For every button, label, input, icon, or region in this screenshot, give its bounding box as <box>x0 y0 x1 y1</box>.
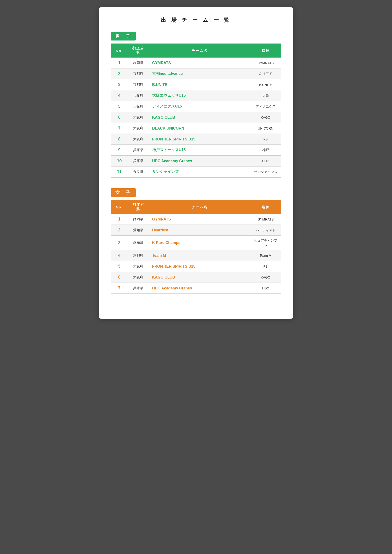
female-pref-5: 大阪府 <box>127 261 149 272</box>
male-name-2: 京都neo advance <box>149 69 250 79</box>
male-pref-4: 大阪府 <box>127 90 149 101</box>
female-no-1: 1 <box>111 214 127 225</box>
male-abbr-9: 神戸 <box>250 145 281 156</box>
male-name-3: B.UNITE <box>149 79 250 90</box>
table-row: 2 愛知県 Heartiest ハーティスト <box>111 225 281 236</box>
male-abbr-8: FS <box>250 134 281 145</box>
table-row: 7 兵庫県 HDC Academy Cranes HDC <box>111 283 281 294</box>
male-pref-5: 大阪府 <box>127 101 149 112</box>
male-no-9: 9 <box>111 145 127 156</box>
female-table: No. 都道府県 チーム名 略称 1 静岡県 GYMRATS GYMRATS 2… <box>111 200 281 294</box>
male-table-header: No. 都道府県 チーム名 略称 <box>111 44 281 58</box>
male-pref-6: 大阪府 <box>127 112 149 123</box>
male-name-7: BLACK UNICORN <box>149 123 250 134</box>
female-pref-7: 兵庫県 <box>127 283 149 294</box>
female-abbr-4: Team M <box>250 250 281 261</box>
table-row: 9 兵庫県 神戸ストークスU15 神戸 <box>111 145 281 156</box>
female-section: 女 子 No. 都道府県 チーム名 略称 1 静岡県 GYMRATS GYMRA… <box>111 188 281 294</box>
female-no-3: 3 <box>111 236 127 250</box>
male-abbr-10: HDC <box>250 156 281 166</box>
female-abbr-5: FS <box>250 261 281 272</box>
male-pref-10: 兵庫県 <box>127 156 149 166</box>
female-no-5: 5 <box>111 261 127 272</box>
male-pref-9: 兵庫県 <box>127 145 149 156</box>
female-pref-6: 大阪府 <box>127 272 149 283</box>
table-row: 11 奈良県 サンシャインズ サンシャインズ <box>111 166 281 178</box>
female-section-header: 女 子 <box>111 188 136 197</box>
male-abbr-5: ディノニクス <box>250 101 281 112</box>
male-no-6: 6 <box>111 112 127 123</box>
male-header-no: No. <box>111 44 127 58</box>
male-header-pref: 都道府県 <box>127 44 149 58</box>
male-abbr-3: B.UNITE <box>250 79 281 90</box>
male-abbr-4: 大阪 <box>250 90 281 101</box>
female-abbr-7: HDC <box>250 283 281 294</box>
female-pref-3: 愛知県 <box>127 236 149 250</box>
male-pref-2: 京都府 <box>127 69 149 79</box>
female-no-2: 2 <box>111 225 127 236</box>
female-abbr-3: ピュアチャンプス <box>250 236 281 250</box>
table-row: 1 静岡県 GYMRATS GYMRATS <box>111 58 281 69</box>
female-name-7: HDC Academy Cranes <box>149 283 250 294</box>
female-name-5: FRONTIER SPIRITS U15 <box>149 261 250 272</box>
male-name-10: HDC Academy Cranes <box>149 156 250 166</box>
female-name-2: Heartiest <box>149 225 250 236</box>
male-name-11: サンシャインズ <box>149 166 250 178</box>
male-section-header: 男 子 <box>111 32 136 41</box>
table-row: 8 大阪府 FRONTIER SPIRITS U15 FS <box>111 134 281 145</box>
female-header-name: チーム名 <box>149 200 250 214</box>
table-row: 5 大阪府 FRONTIER SPIRITS U15 FS <box>111 261 281 272</box>
male-pref-1: 静岡県 <box>127 58 149 69</box>
female-pref-1: 静岡県 <box>127 214 149 225</box>
male-table: No. 都道府県 チーム名 略称 1 静岡県 GYMRATS GYMRATS 2… <box>111 43 281 178</box>
male-section: 男 子 No. 都道府県 チーム名 略称 1 静岡県 GYMRATS GYMRA… <box>111 32 281 178</box>
female-no-7: 7 <box>111 283 127 294</box>
female-name-1: GYMRATS <box>149 214 250 225</box>
female-name-4: Team M <box>149 250 250 261</box>
male-no-8: 8 <box>111 134 127 145</box>
male-header-name: チーム名 <box>149 44 250 58</box>
female-name-6: KAGO CLUB <box>149 272 250 283</box>
male-no-1: 1 <box>111 58 127 69</box>
male-name-5: ディノニクスU15 <box>149 101 250 112</box>
male-abbr-6: KAGO <box>250 112 281 123</box>
male-abbr-1: GYMRATS <box>250 58 281 69</box>
male-no-2: 2 <box>111 69 127 79</box>
male-name-1: GYMRATS <box>149 58 250 69</box>
male-no-11: 11 <box>111 166 127 178</box>
male-pref-11: 奈良県 <box>127 166 149 178</box>
female-header-abbr: 略称 <box>250 200 281 214</box>
female-no-6: 6 <box>111 272 127 283</box>
table-row: 4 京都府 Team M Team M <box>111 250 281 261</box>
female-header-no: No. <box>111 200 127 214</box>
female-name-3: K Pure Champs <box>149 236 250 250</box>
table-row: 3 京都府 B.UNITE B.UNITE <box>111 79 281 90</box>
table-row: 4 大阪府 大阪エヴェッサU15 大阪 <box>111 90 281 101</box>
male-no-3: 3 <box>111 79 127 90</box>
table-row: 2 京都府 京都neo advance ネオアド <box>111 69 281 79</box>
table-row: 6 大阪府 KAGO CLUB KAGO <box>111 112 281 123</box>
male-table-body: 1 静岡県 GYMRATS GYMRATS 2 京都府 京都neo advanc… <box>111 58 281 177</box>
table-row: 3 愛知県 K Pure Champs ピュアチャンプス <box>111 236 281 250</box>
male-no-4: 4 <box>111 90 127 101</box>
male-no-10: 10 <box>111 156 127 166</box>
male-abbr-11: サンシャインズ <box>250 166 281 178</box>
female-header-pref: 都道府県 <box>127 200 149 214</box>
page-title: 出 場 チ ー ム 一 覧 <box>111 17 281 24</box>
female-abbr-2: ハーティスト <box>250 225 281 236</box>
male-name-8: FRONTIER SPIRITS U15 <box>149 134 250 145</box>
page-container: 出 場 チ ー ム 一 覧 男 子 No. 都道府県 チーム名 略称 1 静岡県… <box>99 7 293 319</box>
table-row: 5 大阪府 ディノニクスU15 ディノニクス <box>111 101 281 112</box>
female-pref-2: 愛知県 <box>127 225 149 236</box>
female-table-body: 1 静岡県 GYMRATS GYMRATS 2 愛知県 Heartiest ハー… <box>111 214 281 294</box>
female-abbr-1: GYMRATS <box>250 214 281 225</box>
male-name-6: KAGO CLUB <box>149 112 250 123</box>
table-row: 10 兵庫県 HDC Academy Cranes HDC <box>111 156 281 166</box>
male-name-4: 大阪エヴェッサU15 <box>149 90 250 101</box>
male-abbr-2: ネオアド <box>250 69 281 79</box>
male-no-5: 5 <box>111 101 127 112</box>
female-table-header: No. 都道府県 チーム名 略称 <box>111 200 281 214</box>
male-name-9: 神戸ストークスU15 <box>149 145 250 156</box>
male-no-7: 7 <box>111 123 127 134</box>
table-row: 6 大阪府 KAGO CLUB KAGO <box>111 272 281 283</box>
